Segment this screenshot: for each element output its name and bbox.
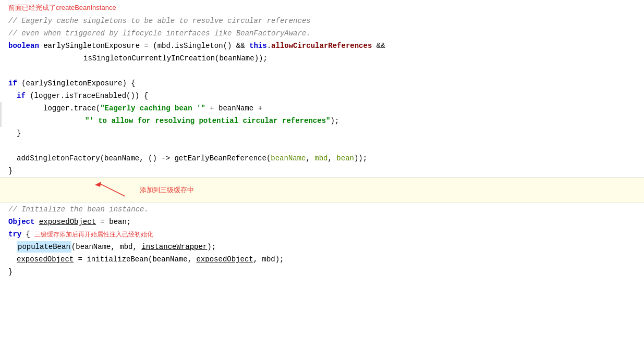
code-line-logger2: "' to allow for resolving potential circ… [0, 115, 644, 127]
code-line-try-open: try { 三级缓存添加后再开始属性注入已经初始化 [0, 228, 644, 241]
keyword-if1: if [8, 78, 17, 89]
logger-trace-call: logger.trace( [43, 103, 100, 114]
keyword-object: Object [8, 216, 34, 228]
arrow-svg [94, 181, 136, 199]
code-line-logger1: logger.trace( "Eagerly caching bean '" +… [0, 102, 644, 115]
code-line-comment1: // Eagerly cache singletons to be able t… [0, 15, 644, 27]
populate-bean: populateBean [17, 241, 71, 253]
exposed-init: exposedObject = initializeBean(beanName,… [17, 254, 284, 265]
code-line-close-try: } [0, 266, 644, 278]
param-beanName1: beanName [271, 153, 306, 164]
code-line-bool-cont: isSingletonCurrentlyInCreation(beanName)… [0, 52, 644, 65]
code-line-comment2: // even when triggered by lifecycle inte… [0, 27, 644, 40]
code-line-addSingleton: addSingletonFactory(beanName, () -> getE… [0, 152, 644, 165]
bottom-annotation: 三级缓存添加后再开始属性注入已经初始化 [34, 229, 153, 240]
close-brace-try: } [8, 266, 13, 278]
code-line-object-decl: Object exposedObject = bean; [0, 216, 644, 228]
svg-marker-1 [95, 182, 101, 187]
code-line-comment-init: // Initialize the bean instance. [0, 203, 644, 216]
field-allowCircular: allowCircularReferences [271, 40, 372, 52]
comment-init-text: // Initialize the bean instance. [8, 204, 149, 215]
top-annotation: 前面已经完成了createBeanInstance [0, 0, 644, 15]
string2: "' to allow for resolving potential circ… [85, 115, 330, 127]
object-decl: exposedObject = bean; [34, 216, 131, 228]
var-early: earlySingletonExposure = (mbd.isSingleto… [39, 40, 249, 52]
annotation-middle-text: 添加到三级缓存中 [140, 185, 194, 195]
code-section-bottom: // Initialize the bean instance. Object … [0, 203, 644, 278]
close-brace-if2: } [17, 128, 21, 139]
arrow-container: 添加到三级缓存中 [0, 181, 194, 199]
and1: && [372, 40, 385, 52]
main-container: 前面已经完成了createBeanInstance // Eagerly cac… [0, 0, 644, 278]
comma2: , [328, 153, 337, 164]
keyword-if2: if [17, 90, 26, 102]
code-line-blank1 [0, 65, 644, 77]
code-line-bool-decl: boolean earlySingletonExposure = (mbd.is… [0, 40, 644, 52]
comment2-text: // even when triggered by lifecycle inte… [8, 28, 311, 39]
comment1-text: // Eagerly cache singletons to be able t… [8, 15, 311, 27]
svg-line-0 [99, 183, 125, 196]
code-line-exposed-init: exposedObject = initializeBean(beanName,… [0, 253, 644, 266]
addSingleton-call: addSingletonFactory(beanName, () -> getE… [17, 153, 271, 164]
code-line-close-if2: } [0, 127, 644, 140]
dot1: . [267, 40, 271, 52]
string1: "Eagerly caching bean '" [100, 103, 205, 114]
close-brace-if1: } [8, 165, 13, 177]
keyword-this: this [249, 40, 267, 52]
code-line-populate: populateBean (beanName, mbd, instanceWra… [0, 241, 644, 253]
keyword-boolean: boolean [8, 40, 39, 52]
if1-cond: (earlySingletonExposure) { [17, 78, 136, 89]
keyword-try: try [8, 229, 21, 240]
code-line-blank2 [0, 140, 644, 152]
param-bean1: bean [336, 153, 354, 164]
is-singleton-call: isSingletonCurrentlyInCreation(beanName)… [83, 53, 268, 64]
plus1: + beanName + [205, 103, 262, 114]
annotation-area: 添加到三级缓存中 [0, 177, 644, 203]
code-line-close-if1: } [0, 165, 644, 177]
if2-cond: (logger.isTraceEnabled()) { [26, 90, 148, 102]
close-paren1: ); [330, 115, 339, 127]
populate-args: (beanName, mbd, instanceWrapper); [71, 241, 216, 253]
code-line-if2: if (logger.isTraceEnabled()) { [0, 90, 644, 102]
try-brace: { [21, 229, 30, 240]
code-section-top: // Eagerly cache singletons to be able t… [0, 15, 644, 177]
param-mbd1: mbd [314, 153, 327, 164]
comma1: , [306, 153, 315, 164]
code-line-if1: if (earlySingletonExposure) { [0, 77, 644, 90]
close-paren2: )); [354, 153, 367, 164]
